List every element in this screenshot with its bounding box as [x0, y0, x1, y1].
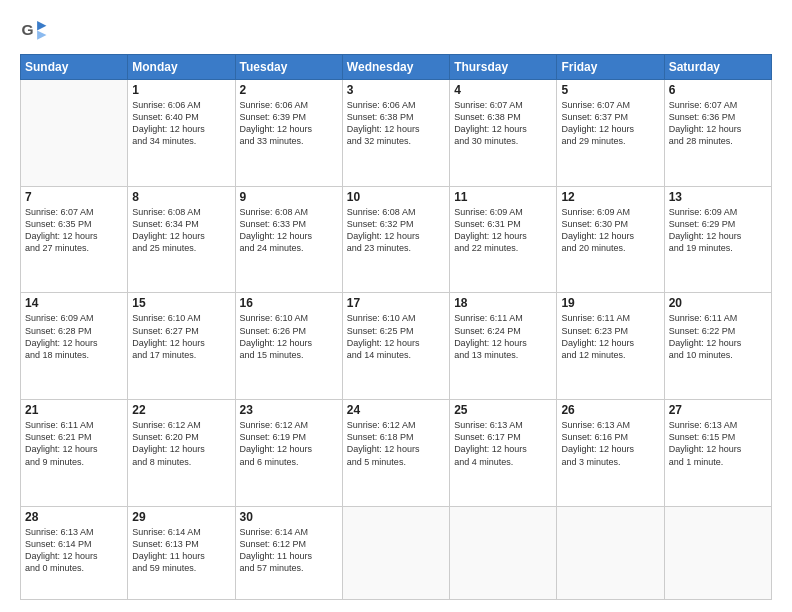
day-number: 28	[25, 510, 123, 524]
day-number: 6	[669, 83, 767, 97]
logo-icon: G	[20, 18, 48, 46]
day-number: 26	[561, 403, 659, 417]
day-info: Sunrise: 6:11 AMSunset: 6:23 PMDaylight:…	[561, 312, 659, 361]
calendar-cell: 28Sunrise: 6:13 AMSunset: 6:14 PMDayligh…	[21, 506, 128, 599]
day-number: 18	[454, 296, 552, 310]
day-info: Sunrise: 6:08 AMSunset: 6:34 PMDaylight:…	[132, 206, 230, 255]
calendar-cell: 18Sunrise: 6:11 AMSunset: 6:24 PMDayligh…	[450, 293, 557, 400]
calendar-cell	[342, 506, 449, 599]
day-number: 30	[240, 510, 338, 524]
day-number: 19	[561, 296, 659, 310]
day-info: Sunrise: 6:10 AMSunset: 6:25 PMDaylight:…	[347, 312, 445, 361]
day-info: Sunrise: 6:06 AMSunset: 6:38 PMDaylight:…	[347, 99, 445, 148]
day-info: Sunrise: 6:10 AMSunset: 6:27 PMDaylight:…	[132, 312, 230, 361]
day-info: Sunrise: 6:10 AMSunset: 6:26 PMDaylight:…	[240, 312, 338, 361]
calendar-cell: 1Sunrise: 6:06 AMSunset: 6:40 PMDaylight…	[128, 80, 235, 187]
day-info: Sunrise: 6:14 AMSunset: 6:12 PMDaylight:…	[240, 526, 338, 575]
day-info: Sunrise: 6:09 AMSunset: 6:31 PMDaylight:…	[454, 206, 552, 255]
svg-text:G: G	[22, 21, 34, 38]
day-number: 27	[669, 403, 767, 417]
day-info: Sunrise: 6:13 AMSunset: 6:15 PMDaylight:…	[669, 419, 767, 468]
weekday-header-sunday: Sunday	[21, 55, 128, 80]
calendar-cell: 20Sunrise: 6:11 AMSunset: 6:22 PMDayligh…	[664, 293, 771, 400]
calendar-cell: 5Sunrise: 6:07 AMSunset: 6:37 PMDaylight…	[557, 80, 664, 187]
calendar-week-2: 14Sunrise: 6:09 AMSunset: 6:28 PMDayligh…	[21, 293, 772, 400]
weekday-header-saturday: Saturday	[664, 55, 771, 80]
day-info: Sunrise: 6:07 AMSunset: 6:38 PMDaylight:…	[454, 99, 552, 148]
calendar-cell: 7Sunrise: 6:07 AMSunset: 6:35 PMDaylight…	[21, 186, 128, 293]
calendar-cell: 4Sunrise: 6:07 AMSunset: 6:38 PMDaylight…	[450, 80, 557, 187]
day-number: 25	[454, 403, 552, 417]
day-number: 12	[561, 190, 659, 204]
calendar-cell	[664, 506, 771, 599]
day-info: Sunrise: 6:13 AMSunset: 6:14 PMDaylight:…	[25, 526, 123, 575]
day-number: 2	[240, 83, 338, 97]
day-info: Sunrise: 6:12 AMSunset: 6:20 PMDaylight:…	[132, 419, 230, 468]
calendar-cell: 16Sunrise: 6:10 AMSunset: 6:26 PMDayligh…	[235, 293, 342, 400]
day-info: Sunrise: 6:06 AMSunset: 6:39 PMDaylight:…	[240, 99, 338, 148]
day-number: 1	[132, 83, 230, 97]
day-number: 23	[240, 403, 338, 417]
weekday-header-monday: Monday	[128, 55, 235, 80]
day-number: 3	[347, 83, 445, 97]
calendar-cell: 30Sunrise: 6:14 AMSunset: 6:12 PMDayligh…	[235, 506, 342, 599]
day-number: 10	[347, 190, 445, 204]
calendar-cell: 14Sunrise: 6:09 AMSunset: 6:28 PMDayligh…	[21, 293, 128, 400]
calendar-week-0: 1Sunrise: 6:06 AMSunset: 6:40 PMDaylight…	[21, 80, 772, 187]
calendar-week-1: 7Sunrise: 6:07 AMSunset: 6:35 PMDaylight…	[21, 186, 772, 293]
calendar-cell: 22Sunrise: 6:12 AMSunset: 6:20 PMDayligh…	[128, 400, 235, 507]
calendar-cell: 24Sunrise: 6:12 AMSunset: 6:18 PMDayligh…	[342, 400, 449, 507]
day-number: 15	[132, 296, 230, 310]
calendar-cell: 10Sunrise: 6:08 AMSunset: 6:32 PMDayligh…	[342, 186, 449, 293]
calendar-cell: 2Sunrise: 6:06 AMSunset: 6:39 PMDaylight…	[235, 80, 342, 187]
calendar-cell	[557, 506, 664, 599]
day-info: Sunrise: 6:07 AMSunset: 6:37 PMDaylight:…	[561, 99, 659, 148]
weekday-header-row: SundayMondayTuesdayWednesdayThursdayFrid…	[21, 55, 772, 80]
calendar-cell: 13Sunrise: 6:09 AMSunset: 6:29 PMDayligh…	[664, 186, 771, 293]
calendar-cell: 19Sunrise: 6:11 AMSunset: 6:23 PMDayligh…	[557, 293, 664, 400]
calendar-cell: 21Sunrise: 6:11 AMSunset: 6:21 PMDayligh…	[21, 400, 128, 507]
calendar-cell: 15Sunrise: 6:10 AMSunset: 6:27 PMDayligh…	[128, 293, 235, 400]
calendar-cell: 25Sunrise: 6:13 AMSunset: 6:17 PMDayligh…	[450, 400, 557, 507]
day-info: Sunrise: 6:06 AMSunset: 6:40 PMDaylight:…	[132, 99, 230, 148]
day-info: Sunrise: 6:09 AMSunset: 6:28 PMDaylight:…	[25, 312, 123, 361]
day-info: Sunrise: 6:09 AMSunset: 6:29 PMDaylight:…	[669, 206, 767, 255]
calendar-cell: 8Sunrise: 6:08 AMSunset: 6:34 PMDaylight…	[128, 186, 235, 293]
weekday-header-wednesday: Wednesday	[342, 55, 449, 80]
day-number: 17	[347, 296, 445, 310]
calendar-cell: 11Sunrise: 6:09 AMSunset: 6:31 PMDayligh…	[450, 186, 557, 293]
day-info: Sunrise: 6:11 AMSunset: 6:22 PMDaylight:…	[669, 312, 767, 361]
day-number: 5	[561, 83, 659, 97]
calendar-cell: 3Sunrise: 6:06 AMSunset: 6:38 PMDaylight…	[342, 80, 449, 187]
day-info: Sunrise: 6:11 AMSunset: 6:21 PMDaylight:…	[25, 419, 123, 468]
calendar-cell: 29Sunrise: 6:14 AMSunset: 6:13 PMDayligh…	[128, 506, 235, 599]
calendar-week-4: 28Sunrise: 6:13 AMSunset: 6:14 PMDayligh…	[21, 506, 772, 599]
day-number: 8	[132, 190, 230, 204]
day-number: 24	[347, 403, 445, 417]
calendar-cell	[450, 506, 557, 599]
day-number: 29	[132, 510, 230, 524]
calendar-cell: 23Sunrise: 6:12 AMSunset: 6:19 PMDayligh…	[235, 400, 342, 507]
calendar-cell	[21, 80, 128, 187]
day-number: 7	[25, 190, 123, 204]
day-number: 16	[240, 296, 338, 310]
day-info: Sunrise: 6:09 AMSunset: 6:30 PMDaylight:…	[561, 206, 659, 255]
page: G SundayMondayTuesdayWednesdayThursdayFr…	[0, 0, 792, 612]
calendar-cell: 17Sunrise: 6:10 AMSunset: 6:25 PMDayligh…	[342, 293, 449, 400]
calendar-cell: 9Sunrise: 6:08 AMSunset: 6:33 PMDaylight…	[235, 186, 342, 293]
day-number: 20	[669, 296, 767, 310]
day-info: Sunrise: 6:07 AMSunset: 6:35 PMDaylight:…	[25, 206, 123, 255]
day-info: Sunrise: 6:13 AMSunset: 6:16 PMDaylight:…	[561, 419, 659, 468]
day-number: 13	[669, 190, 767, 204]
day-number: 4	[454, 83, 552, 97]
logo: G	[20, 18, 52, 46]
weekday-header-tuesday: Tuesday	[235, 55, 342, 80]
day-number: 9	[240, 190, 338, 204]
day-info: Sunrise: 6:14 AMSunset: 6:13 PMDaylight:…	[132, 526, 230, 575]
day-number: 22	[132, 403, 230, 417]
calendar: SundayMondayTuesdayWednesdayThursdayFrid…	[20, 54, 772, 600]
calendar-week-3: 21Sunrise: 6:11 AMSunset: 6:21 PMDayligh…	[21, 400, 772, 507]
day-info: Sunrise: 6:12 AMSunset: 6:18 PMDaylight:…	[347, 419, 445, 468]
day-info: Sunrise: 6:08 AMSunset: 6:33 PMDaylight:…	[240, 206, 338, 255]
calendar-cell: 27Sunrise: 6:13 AMSunset: 6:15 PMDayligh…	[664, 400, 771, 507]
